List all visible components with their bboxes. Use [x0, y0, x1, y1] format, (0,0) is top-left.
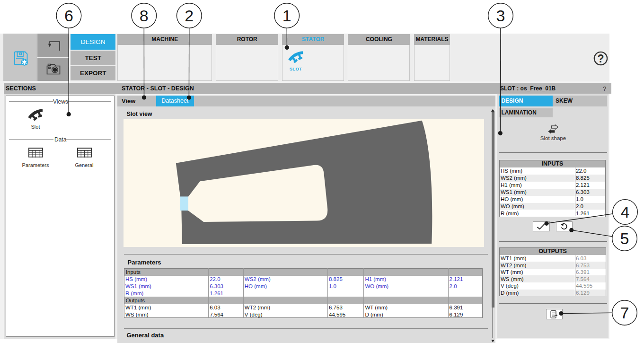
- svg-text:1: 1: [282, 7, 291, 25]
- svg-text:2: 2: [185, 7, 194, 25]
- svg-text:4: 4: [621, 203, 630, 221]
- svg-text:3: 3: [496, 7, 505, 25]
- svg-text:6: 6: [64, 7, 73, 25]
- svg-text:7: 7: [620, 304, 629, 322]
- svg-text:5: 5: [620, 229, 629, 247]
- svg-text:8: 8: [140, 7, 149, 25]
